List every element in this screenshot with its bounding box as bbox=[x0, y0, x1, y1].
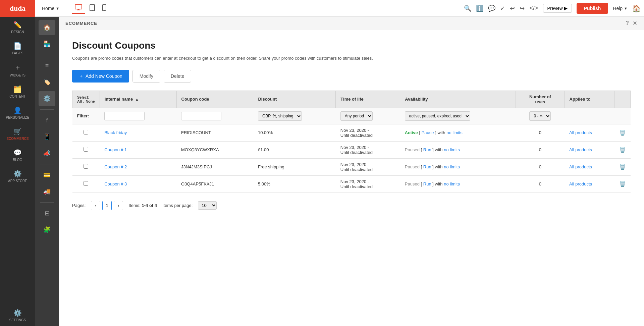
th-internal-name[interactable]: Internal name ▲ bbox=[100, 91, 176, 108]
add-new-coupon-button[interactable]: ＋ Add New Coupon bbox=[72, 70, 129, 83]
row2-delete-icon[interactable]: 🗑️ bbox=[619, 147, 626, 153]
row3-delete-icon[interactable]: 🗑️ bbox=[619, 164, 626, 170]
row1-time-cell: Nov 23, 2020 - Until deactivated bbox=[336, 124, 400, 141]
filter-uses-select[interactable]: 0 - ∞ bbox=[529, 111, 551, 121]
sidebar-item-label: WIDGETS bbox=[10, 73, 25, 77]
row3-action-link[interactable]: Run bbox=[423, 164, 431, 169]
row1-code-cell: FRIDISCOUNT bbox=[176, 124, 253, 141]
second-sidebar-home[interactable]: 🏠 bbox=[39, 20, 55, 35]
next-page-button[interactable]: › bbox=[114, 201, 123, 210]
second-sidebar-puzzle[interactable]: 🧩 bbox=[39, 222, 55, 237]
code-icon[interactable]: </> bbox=[529, 5, 538, 12]
row1-limit-link[interactable]: no limits bbox=[446, 130, 463, 135]
second-sidebar-tag[interactable]: 🏷️ bbox=[39, 75, 55, 90]
row3-discount: Free shipping bbox=[258, 164, 284, 169]
items-per-page-select-wrapper: 10 25 50 100 bbox=[198, 201, 217, 210]
row4-action-link[interactable]: Run bbox=[423, 181, 431, 186]
second-sidebar-sliders[interactable]: ⊟ bbox=[39, 206, 55, 221]
preview-button[interactable]: Preview ▶ bbox=[543, 4, 572, 13]
items-per-page-select[interactable]: 10 25 50 100 bbox=[198, 201, 217, 210]
row1-name-link[interactable]: Black friday bbox=[104, 130, 127, 135]
personalize-icon: 👤 bbox=[13, 106, 22, 114]
comment-icon[interactable]: 💬 bbox=[488, 5, 495, 12]
tablet-btn[interactable] bbox=[87, 3, 98, 14]
sidebar-item-content[interactable]: 🗂️ CONTENT bbox=[0, 81, 35, 102]
row3-checkbox[interactable] bbox=[84, 164, 88, 169]
row1-action-link[interactable]: Pause bbox=[422, 130, 434, 135]
row3-name-link[interactable]: Coupon # 2 bbox=[104, 164, 127, 169]
row4-applies-link[interactable]: All products bbox=[569, 181, 592, 186]
table-row: Black friday FRIDISCOUNT 10.00% Nov 23, … bbox=[72, 124, 631, 141]
row4-action-bracket-close: ] with bbox=[432, 181, 444, 186]
second-sidebar-store[interactable]: 🏪 bbox=[39, 37, 55, 51]
row4-delete-icon[interactable]: 🗑️ bbox=[619, 181, 626, 187]
sidebar-item-app-store[interactable]: ⚙️ APP STORE bbox=[0, 166, 35, 187]
row3-limit-link[interactable]: no limits bbox=[444, 164, 460, 169]
row4-code: O3Q4AP5FKXJ1 bbox=[181, 181, 214, 186]
row2-name-link[interactable]: Coupon # 1 bbox=[104, 147, 127, 152]
sidebar-item-widgets[interactable]: ＋ WIDGETS bbox=[0, 59, 35, 81]
second-sidebar-truck[interactable]: 🚚 bbox=[39, 184, 55, 199]
publish-button[interactable]: Publish bbox=[577, 3, 608, 14]
filter-availability-select[interactable]: active, paused, expired, used bbox=[405, 111, 470, 121]
help-modal-icon[interactable]: ? bbox=[626, 20, 629, 26]
row1-checkbox[interactable] bbox=[84, 130, 88, 134]
row2-checkbox-cell bbox=[72, 141, 100, 158]
search-icon[interactable]: 🔍 bbox=[464, 5, 471, 12]
row3-action-bracket-open: [ bbox=[421, 164, 423, 169]
coupons-table: Select: All , None Internal name ▲ bbox=[72, 91, 631, 193]
row1-applies-link[interactable]: All products bbox=[569, 130, 592, 135]
sidebar-item-settings[interactable]: ⚙️ SETTINGS bbox=[0, 305, 35, 326]
row4-code-cell: O3Q4AP5FKXJ1 bbox=[176, 175, 253, 193]
row2-checkbox[interactable] bbox=[84, 147, 88, 152]
sidebar-item-personalize[interactable]: 👤 PERSONALIZE bbox=[0, 102, 35, 123]
select-none-link[interactable]: None bbox=[86, 99, 95, 103]
modify-button[interactable]: Modify bbox=[132, 70, 160, 83]
home-nav[interactable]: Home ▼ bbox=[39, 6, 63, 11]
row2-status: Paused bbox=[405, 147, 420, 152]
delete-button[interactable]: Delete bbox=[164, 70, 191, 83]
row1-checkbox-cell bbox=[72, 124, 100, 141]
desktop-btn[interactable] bbox=[72, 3, 85, 14]
pages-icon: 📄 bbox=[13, 42, 22, 50]
filter-time-select[interactable]: Any period bbox=[340, 111, 373, 121]
pagination-bar: Pages: ‹ 1 › Items: 1-4 of 4 Items per p… bbox=[72, 201, 631, 210]
row2-applies-link[interactable]: All products bbox=[569, 147, 592, 152]
home-icon[interactable]: 🏠 bbox=[632, 4, 641, 12]
sidebar-item-ecommerce[interactable]: 🛒 ECOMMERCE bbox=[0, 123, 35, 145]
second-sidebar-facebook[interactable]: f bbox=[39, 113, 55, 128]
sidebar-item-pages[interactable]: 📄 PAGES bbox=[0, 38, 35, 59]
filter-discount-select[interactable]: GBP, %, shipping bbox=[258, 111, 302, 121]
row2-limit-link[interactable]: no limits bbox=[444, 147, 460, 152]
check-icon[interactable]: ✓ bbox=[500, 5, 505, 12]
info-icon[interactable]: ℹ️ bbox=[476, 5, 483, 12]
second-sidebar-wallet[interactable]: 💳 bbox=[39, 168, 55, 182]
table-filter-row: Filter: GBP, %, shipping bbox=[72, 108, 631, 124]
mobile-btn[interactable] bbox=[100, 3, 109, 14]
prev-page-button[interactable]: ‹ bbox=[91, 201, 100, 210]
filter-availability-cell: active, paused, expired, used bbox=[400, 108, 516, 124]
second-sidebar-settings-active[interactable]: ⚙️ bbox=[39, 91, 55, 106]
sidebar-item-design[interactable]: ✏️ DESIGN bbox=[0, 17, 35, 38]
app-store-icon: ⚙️ bbox=[13, 170, 22, 178]
filter-name-input[interactable] bbox=[104, 112, 145, 120]
row4-limit-link[interactable]: no limits bbox=[444, 181, 460, 186]
select-all-link[interactable]: All bbox=[77, 99, 82, 103]
undo-icon[interactable]: ↩ bbox=[510, 5, 515, 12]
row1-delete-icon[interactable]: 🗑️ bbox=[619, 130, 626, 135]
close-modal-icon[interactable]: ✕ bbox=[633, 20, 637, 26]
row4-name-link[interactable]: Coupon # 3 bbox=[104, 181, 127, 186]
filter-code-input[interactable] bbox=[181, 112, 221, 120]
row4-checkbox[interactable] bbox=[84, 181, 88, 186]
second-sidebar-mobile[interactable]: 📱 bbox=[39, 129, 55, 144]
help-button[interactable]: Help ▼ bbox=[613, 6, 628, 11]
sidebar-item-blog[interactable]: 💬 BLOG bbox=[0, 145, 35, 166]
second-sidebar-list[interactable]: ≡ bbox=[39, 58, 55, 73]
row3-applies-link[interactable]: All products bbox=[569, 164, 592, 169]
row4-action-bracket-open: [ bbox=[421, 181, 423, 186]
home-dropdown-icon[interactable]: ▼ bbox=[56, 6, 59, 10]
row2-action-link[interactable]: Run bbox=[423, 147, 431, 152]
second-sidebar-megaphone[interactable]: 📣 bbox=[39, 146, 55, 161]
duda-logo: duda bbox=[0, 0, 35, 17]
redo-icon[interactable]: ↪ bbox=[520, 5, 525, 12]
